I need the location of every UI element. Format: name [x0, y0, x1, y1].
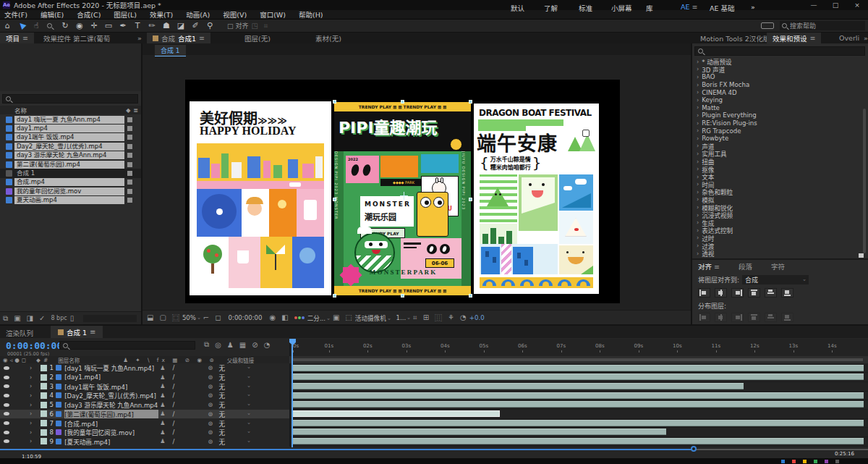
selection-handle[interactable]: [401, 100, 404, 104]
project-settings-icon[interactable]: ✓: [39, 314, 45, 322]
workspace-overflow[interactable]: »: [751, 3, 755, 11]
axis-mode-icon[interactable]: ⌗: [264, 22, 268, 30]
twirl-icon[interactable]: ›: [697, 66, 699, 72]
twirl-icon[interactable]: ›: [697, 143, 699, 149]
label-color-swatch[interactable]: [41, 410, 47, 417]
eraser-tool-icon[interactable]: ◪: [174, 20, 188, 32]
project-item[interactable]: day1 嗨玩一夏 九鱼Ann.mp4: [0, 115, 141, 124]
fast-preview-icon[interactable]: ⊞: [423, 313, 429, 321]
effects-category[interactable]: ›Matte: [692, 104, 866, 112]
menu-T[interactable]: 效果(T): [150, 9, 173, 20]
twirl-icon[interactable]: ›: [697, 127, 699, 134]
flowchart-icon[interactable]: ⚘: [448, 313, 454, 321]
layer-name[interactable]: [合成.mp4]: [64, 419, 158, 428]
twirl-icon[interactable]: ›: [697, 82, 699, 88]
comp-mini-tab[interactable]: 合成 1: [155, 45, 186, 56]
shy-switch[interactable]: ♟: [160, 374, 165, 381]
eye-icon[interactable]: [4, 376, 9, 379]
layer-name[interactable]: [Day2_摩天轮_雪儿(优秀).mp4]: [64, 391, 158, 400]
menu-W[interactable]: 窗口(W): [260, 9, 286, 20]
pickwhip-icon[interactable]: ⊚: [208, 392, 213, 399]
tab-character[interactable]: 字符: [771, 261, 785, 271]
time-ruler[interactable]: 0s01s02s03s04s05s06s07s08s09s10s11s12s13…: [289, 339, 868, 356]
rotobrush-tool-icon[interactable]: ✐: [188, 20, 203, 32]
layer-name[interactable]: [第二课(葡萄乐园).mp4]: [64, 410, 158, 418]
interpret-footage-icon[interactable]: ⧉: [3, 314, 8, 323]
pickwhip-icon[interactable]: ⊚: [208, 374, 213, 381]
twirl-icon[interactable]: ›: [30, 365, 32, 371]
layer-name[interactable]: [day1.mp4]: [64, 374, 158, 381]
eye-icon[interactable]: [4, 384, 9, 388]
label-color-swatch[interactable]: [41, 429, 47, 436]
viewer-timecode[interactable]: 0:00:00:00: [229, 314, 263, 321]
project-item[interactable]: 合成 1: [0, 169, 141, 177]
menu-L[interactable]: 图层(L): [114, 9, 137, 20]
player-progress-knob[interactable]: [691, 446, 697, 452]
pickwhip-icon[interactable]: ⊚: [208, 364, 213, 371]
pickwhip-icon[interactable]: ⊚: [208, 401, 213, 408]
twirl-icon[interactable]: ›: [697, 219, 699, 226]
rulers-icon[interactable]: ⌐: [203, 313, 209, 321]
layer-duration-bar[interactable]: [292, 420, 864, 426]
eye-icon[interactable]: [4, 421, 9, 425]
motion-blur-icon[interactable]: ⊘: [252, 341, 258, 349]
always-preview-icon[interactable]: ⬓: [147, 313, 153, 321]
twirl-icon[interactable]: ›: [697, 151, 699, 157]
shy-switch[interactable]: ♟: [160, 429, 165, 436]
parent-dropdown[interactable]: 无: [218, 428, 246, 436]
puppet-tool-icon[interactable]: ⚲: [203, 20, 217, 32]
twirl-icon[interactable]: ›: [697, 204, 699, 211]
workspace-small-screen[interactable]: 小屏幕: [611, 3, 632, 13]
timeline-layer-row[interactable]: ›8[我的童年回忆阅览.mov]♟/⊚无›: [0, 428, 289, 437]
project-item[interactable]: 夏天动画.mp4: [0, 196, 141, 205]
tab-overflow-left[interactable]: »: [132, 33, 148, 43]
quality-switch[interactable]: /: [172, 374, 174, 381]
align-bottom-button[interactable]: [781, 288, 793, 298]
align-left-button[interactable]: [698, 288, 710, 298]
parent-dropdown[interactable]: 无: [218, 391, 246, 400]
selection-handle[interactable]: [333, 100, 336, 104]
quality-switch[interactable]: /: [172, 420, 174, 427]
brush-tool-icon[interactable]: ✏: [145, 20, 159, 32]
bit-depth-label[interactable]: 8 bpc: [51, 315, 67, 321]
shy-switch[interactable]: ♟: [160, 410, 165, 417]
twirl-icon[interactable]: ›: [697, 181, 699, 187]
quality-switch[interactable]: /: [172, 410, 174, 418]
mini-flowchart-icon[interactable]: ⧉: [204, 340, 209, 349]
quality-switch[interactable]: /: [172, 383, 174, 390]
shy-switch[interactable]: ♟: [160, 438, 165, 444]
parent-dropdown[interactable]: 无: [218, 419, 246, 428]
timeline-layer-row[interactable]: ›7[合成.mp4]♟/⊚无›: [0, 418, 289, 428]
effects-category[interactable]: ›Boris FX Mocha: [692, 81, 866, 89]
label-color-swatch[interactable]: [41, 374, 47, 381]
twirl-icon[interactable]: ›: [30, 383, 32, 389]
tab-align[interactable]: 对齐 ≡: [698, 261, 720, 271]
shape-tool-icon[interactable]: ▭: [101, 20, 116, 32]
timeline-layer-row[interactable]: ›4[Day2_摩天轮_雪儿(优秀).mp4]♟/⊚无›: [0, 391, 289, 400]
workspace-ae-basics[interactable]: AE 基础: [710, 3, 735, 13]
twirl-icon[interactable]: ›: [697, 135, 699, 142]
shy-icon[interactable]: ♟: [227, 341, 234, 349]
label-color-swatch[interactable]: [41, 402, 47, 408]
label-color-chip[interactable]: [127, 144, 132, 149]
tab-paragraph[interactable]: 段落: [739, 261, 752, 271]
exposure-reset-icon[interactable]: ◔: [460, 313, 467, 321]
selection-handle[interactable]: [333, 198, 336, 201]
shy-switch[interactable]: ♟: [160, 420, 165, 426]
label-color-chip[interactable]: [127, 117, 132, 122]
layer-duration-bar[interactable]: [292, 374, 864, 380]
tab-effects-presets[interactable]: 效果和预设≡: [767, 33, 821, 43]
new-folder-icon[interactable]: ▣: [14, 314, 20, 322]
menu-H[interactable]: 帮助(H): [299, 9, 323, 20]
effects-category[interactable]: ›过时: [692, 235, 866, 242]
twirl-icon[interactable]: ›: [697, 212, 699, 219]
effects-category[interactable]: ›文本: [692, 173, 866, 181]
menu-F[interactable]: 文件(F): [4, 9, 27, 20]
quality-switch[interactable]: /: [172, 401, 174, 408]
layer-name[interactable]: [day1端午 饭饭.mp4]: [64, 382, 158, 391]
new-comp-icon[interactable]: ◨: [27, 314, 33, 322]
align-right-button[interactable]: [731, 288, 744, 298]
text-tool-icon[interactable]: T: [130, 20, 145, 32]
twirl-icon[interactable]: ›: [30, 410, 32, 417]
layer-duration-bar[interactable]: [292, 392, 864, 399]
